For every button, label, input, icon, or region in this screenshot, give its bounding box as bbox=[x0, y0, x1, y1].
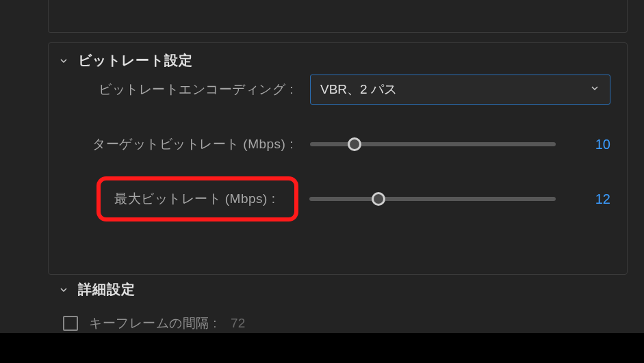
settings-panel: ビットレートエンコーディング : VBR、2 パス ターゲットビットレート (M… bbox=[0, 0, 644, 363]
max-bitrate-label: 最大ビットレート (Mbps) : bbox=[114, 190, 281, 208]
highlight-annotation: 最大ビットレート (Mbps) : bbox=[96, 176, 298, 221]
chevron-down-icon bbox=[589, 82, 600, 97]
advanced-section-title: 詳細設定 bbox=[78, 280, 136, 299]
bitrate-settings-box: ビットレートエンコーディング : VBR、2 パス ターゲットビットレート (M… bbox=[48, 42, 628, 275]
bottom-cutoff bbox=[0, 333, 644, 363]
keyframe-label: キーフレームの間隔 : bbox=[89, 314, 217, 332]
keyframe-checkbox[interactable] bbox=[63, 316, 78, 331]
target-bitrate-row: ターゲットビットレート (Mbps) : 10 bbox=[49, 117, 627, 172]
bitrate-encoding-label: ビットレートエンコーディング : bbox=[73, 81, 299, 98]
max-bitrate-row: 最大ビットレート (Mbps) : 12 bbox=[49, 172, 627, 226]
advanced-section-header[interactable]: 詳細設定 bbox=[51, 280, 142, 299]
bitrate-section-header[interactable]: ビットレート設定 bbox=[51, 51, 200, 70]
bitrate-section-title: ビットレート設定 bbox=[78, 51, 193, 70]
slider-track[interactable] bbox=[309, 197, 556, 201]
chevron-down-icon bbox=[57, 284, 70, 296]
keyframe-value: 72 bbox=[231, 316, 245, 331]
chevron-down-icon bbox=[57, 55, 70, 67]
max-bitrate-slider[interactable]: 12 bbox=[309, 191, 610, 207]
target-bitrate-label: ターゲットビットレート (Mbps) : bbox=[73, 135, 299, 153]
target-bitrate-value[interactable]: 10 bbox=[568, 137, 610, 152]
previous-section-box bbox=[48, 0, 628, 33]
slider-track[interactable] bbox=[310, 142, 556, 146]
bitrate-encoding-value: VBR、2 パス bbox=[320, 81, 397, 98]
keyframe-interval-row: キーフレームの間隔 : 72 bbox=[63, 314, 245, 332]
slider-thumb[interactable] bbox=[348, 137, 361, 151]
max-bitrate-value[interactable]: 12 bbox=[568, 191, 610, 207]
bitrate-encoding-row: ビットレートエンコーディング : VBR、2 パス bbox=[49, 62, 627, 117]
slider-thumb[interactable] bbox=[372, 192, 385, 206]
bitrate-encoding-dropdown[interactable]: VBR、2 パス bbox=[310, 75, 610, 105]
target-bitrate-slider[interactable]: 10 bbox=[310, 137, 610, 152]
